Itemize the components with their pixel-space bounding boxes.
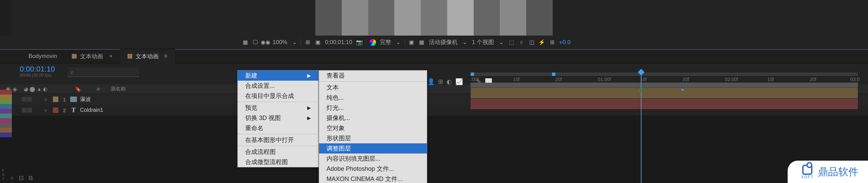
views-dropdown[interactable]: 1 个视图 bbox=[471, 38, 495, 46]
submenu-arrow-icon: ▶ bbox=[307, 105, 311, 110]
fast-preview-icon[interactable]: ⚡ bbox=[537, 38, 546, 47]
tab-label: 文本动画 bbox=[136, 53, 159, 60]
menu-item-switch-3d-view[interactable]: 切换 3D 视图▶ bbox=[238, 113, 318, 123]
tab-close-icon[interactable]: × bbox=[109, 53, 113, 60]
menu-item-c4d-file[interactable]: MAXON CINEMA 4D 文件... bbox=[319, 174, 427, 183]
keyframe[interactable] bbox=[682, 89, 684, 91]
expand-chevron-icon[interactable]: › bbox=[41, 107, 51, 114]
zoom-dropdown[interactable]: 100% bbox=[271, 39, 289, 46]
color-icon[interactable] bbox=[368, 38, 377, 47]
menu-item-comp-settings[interactable]: 合成设置... bbox=[238, 81, 318, 91]
switches-column: ◕ ⬤ ▲ ◐ bbox=[20, 86, 68, 92]
menu-item-rename[interactable]: 重命名 bbox=[238, 123, 318, 133]
timeline-footer-toggles: ⟐ ⊡ ⧉ bbox=[10, 173, 33, 183]
menu-item-mini-flowchart[interactable]: 合成微型流程图 bbox=[238, 157, 318, 167]
menu-item-null[interactable]: 空对象 bbox=[319, 123, 427, 133]
menu-item-flowchart[interactable]: 合成流程图 bbox=[238, 147, 318, 157]
submenu-arrow-icon: ▶ bbox=[307, 115, 311, 121]
timeline-icon[interactable]: ⊞ bbox=[548, 38, 556, 47]
menu-item-solid[interactable]: 纯色... bbox=[319, 93, 427, 103]
layer-index: 1 bbox=[60, 97, 68, 102]
menu-item-reveal-in-project[interactable]: 在项目中显示合成 bbox=[238, 91, 318, 101]
label-color-swatches bbox=[0, 90, 12, 137]
vr-icon[interactable]: ◉◉ bbox=[261, 38, 270, 47]
camera-dropdown[interactable]: 活动摄像机 bbox=[428, 38, 459, 46]
preview-timecode[interactable]: 0;00;01;10 bbox=[323, 39, 353, 46]
source-name-column-header[interactable]: 源名称 bbox=[108, 86, 258, 92]
tab-bodymovin[interactable]: Bodymovin bbox=[21, 49, 64, 63]
safe-zone-icon[interactable]: ▣ bbox=[313, 38, 322, 47]
menu-item-light[interactable]: 灯光... bbox=[319, 103, 427, 113]
menu-item-preview[interactable]: 预览▶ bbox=[238, 103, 318, 113]
playhead[interactable] bbox=[641, 71, 642, 183]
snapshot-icon[interactable]: 📷 bbox=[355, 38, 364, 47]
layer-search-input[interactable]: ⌕ bbox=[68, 67, 139, 77]
chevron-down-icon[interactable]: ⌄ bbox=[497, 38, 506, 47]
timeline-tab-bar: Bodymovin 文本动画 × 文本动画 ≡ bbox=[0, 49, 868, 63]
toggle-switches-icon[interactable]: ⟐ bbox=[10, 175, 14, 182]
menu-item-text[interactable]: 文本 bbox=[319, 82, 427, 93]
chevron-down-icon[interactable]: ⌄ bbox=[394, 38, 403, 47]
renderer-icon[interactable]: ◫ bbox=[527, 38, 536, 47]
tab-text-anim-1[interactable]: 文本动画 × bbox=[64, 49, 120, 63]
layer-color-swatch[interactable] bbox=[53, 107, 58, 113]
menu-item-content-aware-fill[interactable]: 内容识别填充图层... bbox=[319, 154, 427, 164]
precomp-icon bbox=[70, 97, 77, 102]
graph-editor-icon[interactable]: 📈 bbox=[455, 78, 463, 85]
tab-menu-icon[interactable]: ≡ bbox=[164, 53, 167, 60]
exposure-value[interactable]: +0.0 bbox=[558, 39, 572, 46]
region-icon[interactable]: ▣ bbox=[407, 38, 416, 47]
monitor-icon[interactable]: 🖵 bbox=[251, 38, 260, 47]
layer-name[interactable]: 瀑波 bbox=[79, 96, 91, 103]
shy-icon[interactable]: 👤 bbox=[427, 78, 435, 85]
layer-duration-bar[interactable] bbox=[471, 88, 858, 98]
text-layer-icon: T bbox=[72, 107, 76, 114]
watermark-badge: SOFT 鼎品软件 bbox=[788, 161, 868, 183]
viewer-preview-thumbnail bbox=[315, 0, 553, 36]
viewer-toolbar: ▦ 🖵 ◉◉ 100% ⌄ ⊞ ▣ 0;00;01;10 📷 完整 ⌄ ▣ ▦ … bbox=[0, 36, 868, 49]
transparency-icon[interactable]: ▦ bbox=[417, 38, 426, 47]
composition-icon bbox=[72, 54, 77, 59]
work-area-span[interactable] bbox=[471, 83, 858, 87]
menu-item-photoshop-file[interactable]: Adobe Photoshop 文件... bbox=[319, 164, 427, 174]
draft3d-icon[interactable]: ⎀ bbox=[517, 38, 526, 47]
chevron-down-icon[interactable]: ⌄ bbox=[290, 38, 299, 47]
composition-icon bbox=[127, 54, 132, 59]
watermark-logo-icon bbox=[802, 165, 812, 175]
resolution-dropdown[interactable]: 完整 bbox=[378, 38, 393, 46]
menu-item-new[interactable]: 新建▶ bbox=[238, 70, 318, 81]
watermark-brand-text: 鼎品软件 bbox=[818, 165, 859, 179]
label-column[interactable]: 🔖 bbox=[68, 86, 88, 92]
submenu-arrow-icon: ▶ bbox=[307, 73, 311, 78]
toggle-in-out-icon[interactable]: ⧉ bbox=[28, 175, 33, 182]
context-submenu-new: 查看器 文本 纯色... 灯光... 摄像机... 空对象 形状图层 调整图层 … bbox=[319, 70, 427, 183]
grid-icon[interactable]: ⊞ bbox=[303, 38, 312, 47]
composition-viewer bbox=[0, 0, 868, 36]
watermark-subtext: SOFT bbox=[801, 175, 814, 179]
layer-name[interactable]: Coldrain1 bbox=[79, 107, 103, 113]
motion-blur-icon[interactable]: ◐ bbox=[447, 78, 452, 85]
expand-chevron-icon[interactable]: › bbox=[41, 96, 51, 103]
menu-item-open-egp[interactable]: 在基本图形中打开 bbox=[238, 135, 318, 145]
menu-item-viewer[interactable]: 查看器 bbox=[319, 70, 427, 81]
viewer-left-gutter bbox=[0, 0, 12, 36]
frame-blend-icon[interactable]: ⊞ bbox=[438, 78, 443, 85]
tab-label: 文本动画 bbox=[80, 53, 103, 60]
index-column-header: # bbox=[88, 86, 108, 92]
work-area-start-handle[interactable] bbox=[471, 73, 474, 76]
alpha-toggle-icon[interactable]: ▦ bbox=[241, 38, 250, 47]
share-icon[interactable]: ⬚ bbox=[507, 38, 516, 47]
toggle-modes-icon[interactable]: ⊡ bbox=[19, 174, 24, 182]
layer-duration-bar[interactable] bbox=[471, 99, 858, 109]
layer-color-swatch[interactable] bbox=[53, 97, 58, 102]
context-menu: 新建▶ 合成设置... 在项目中显示合成 预览▶ 切换 3D 视图▶ 重命名 在… bbox=[237, 70, 319, 167]
work-area-end-handle[interactable] bbox=[552, 73, 555, 76]
chevron-down-icon[interactable]: ⌄ bbox=[460, 38, 469, 47]
layer-index: 2 bbox=[60, 107, 68, 113]
marker[interactable] bbox=[639, 89, 642, 92]
menu-item-adjustment-layer[interactable]: 调整图层 bbox=[319, 143, 427, 154]
tab-text-anim-2[interactable]: 文本动画 ≡ bbox=[120, 49, 175, 63]
time-ruler[interactable]: :00f 10f 20f 01:00f 10f 20f 02:00f 10f 2… bbox=[471, 77, 858, 83]
menu-item-shape-layer[interactable]: 形状图层 bbox=[319, 133, 427, 143]
menu-item-camera[interactable]: 摄像机... bbox=[319, 113, 427, 123]
